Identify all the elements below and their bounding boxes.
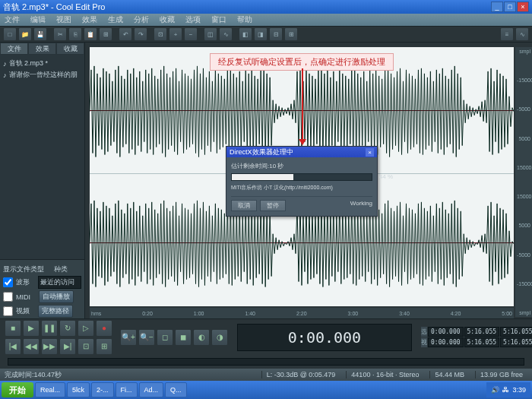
credit-label: MiTi音乐作坊 小T 汉化(http://miti2000.com) bbox=[231, 184, 372, 192]
zoom-full2-button[interactable]: ◻ bbox=[157, 329, 173, 346]
dialog-close-icon[interactable]: × bbox=[366, 148, 374, 157]
paste-icon[interactable]: 📋 bbox=[84, 27, 97, 41]
file-list: ♪音轨 2.mp3 * ♪谢谢你一曾经这样的朋 bbox=[0, 55, 84, 259]
cancel-button[interactable]: 取消 bbox=[231, 200, 257, 211]
waveform-area: 经反复试听确定设置后，点确定进行激励处理 DirectX效果器处理中 × 估计剩… bbox=[85, 43, 532, 318]
goto-start-button[interactable]: |◀ bbox=[5, 338, 21, 355]
video-checkbox[interactable] bbox=[3, 306, 13, 316]
task-button[interactable]: 2-... bbox=[91, 382, 114, 397]
dialog-titlebar[interactable]: DirectX效果器处理中 × bbox=[226, 147, 377, 157]
zoom-full-button[interactable]: ⊡ bbox=[78, 338, 94, 355]
pause-trans-button[interactable]: ❚❚ bbox=[41, 320, 58, 337]
tool2-icon[interactable]: ◨ bbox=[254, 27, 268, 41]
time-ruler[interactable]: hms0:201:001:402:203:003:404:205:00 bbox=[90, 308, 514, 318]
new-icon[interactable]: □ bbox=[3, 27, 17, 41]
task-button[interactable]: Fi... bbox=[116, 382, 138, 397]
zoom-sel2-button[interactable]: ◼ bbox=[175, 329, 192, 346]
goto-end-button[interactable]: ▶| bbox=[59, 338, 76, 355]
wave-icon[interactable]: ∿ bbox=[219, 27, 233, 41]
zoom-left-button[interactable]: ◐ bbox=[193, 329, 210, 346]
menu-help[interactable]: 帮助 bbox=[237, 14, 252, 25]
waveform-canvas[interactable]: 经反复试听确定设置后，点确定进行激励处理 DirectX效果器处理中 × 估计剩… bbox=[90, 47, 514, 306]
status-label: Working bbox=[350, 200, 372, 211]
stop-button[interactable]: ■ bbox=[5, 320, 21, 337]
menu-effects[interactable]: 效果 bbox=[82, 14, 97, 25]
window-titlebar: 音轨 2.mp3* - Cool Edit Pro _ □ × bbox=[0, 0, 532, 14]
autoplay-button[interactable]: 自动播放 bbox=[39, 290, 74, 303]
view-start[interactable]: 0:00.000 bbox=[428, 337, 464, 347]
system-tray[interactable]: 🔊 🖧 3:39 bbox=[486, 382, 530, 397]
status-bar: 完成时间:140.47秒 L: -30.3dB @ 0:05.479 44100… bbox=[0, 369, 532, 381]
time-remaining-label: 估计剩余时间:10 秒 bbox=[231, 162, 372, 170]
menu-window[interactable]: 窗口 bbox=[211, 14, 226, 25]
task-button[interactable]: Q... bbox=[165, 382, 187, 397]
save-icon[interactable]: 💾 bbox=[33, 27, 47, 41]
cut-icon[interactable]: ✂ bbox=[53, 27, 67, 41]
tool3-icon[interactable]: ⊟ bbox=[269, 27, 283, 41]
recent-select[interactable]: 最近的访问 bbox=[38, 276, 81, 289]
undo-icon[interactable]: ↶ bbox=[119, 27, 132, 41]
zoom-right-button[interactable]: ◑ bbox=[211, 329, 228, 346]
play-loop-button[interactable]: ↻ bbox=[59, 320, 76, 337]
task-button[interactable]: Ad... bbox=[139, 382, 164, 397]
progress-percent: 44 % bbox=[379, 173, 393, 180]
sel-start[interactable]: 0:00.000 bbox=[428, 327, 464, 337]
record-button[interactable]: ● bbox=[96, 320, 112, 337]
play-button[interactable]: ▶ bbox=[23, 320, 40, 337]
play-sel-button[interactable]: ▷ bbox=[78, 320, 94, 337]
pause-button[interactable]: 暂停 bbox=[260, 200, 286, 211]
menu-options[interactable]: 选项 bbox=[185, 14, 201, 25]
progress-bar: 44 % bbox=[231, 173, 372, 181]
mix-paste-icon[interactable]: ⊞ bbox=[99, 27, 112, 41]
ffwd-button[interactable]: ▶▶ bbox=[41, 338, 58, 355]
menu-file[interactable]: 文件 bbox=[5, 14, 20, 25]
sel-end[interactable]: 5:16.055 bbox=[464, 327, 500, 337]
redo-icon[interactable]: ↷ bbox=[134, 27, 147, 41]
tab-files[interactable]: 文件 bbox=[0, 43, 28, 55]
open-icon[interactable]: 📁 bbox=[18, 27, 32, 41]
menu-view[interactable]: 视图 bbox=[56, 14, 71, 25]
menu-analyze[interactable]: 分析 bbox=[134, 14, 149, 25]
task-button[interactable]: 5lck bbox=[67, 382, 90, 397]
list-item[interactable]: ♪音轨 2.mp3 * bbox=[3, 58, 81, 69]
progress-dialog: DirectX效果器处理中 × 估计剩余时间:10 秒 44 % MiTi音乐作… bbox=[226, 146, 378, 217]
tool-icon[interactable]: ◧ bbox=[239, 27, 252, 41]
task-button[interactable]: Real... bbox=[35, 382, 65, 397]
tool4-icon[interactable]: ⊞ bbox=[284, 27, 298, 41]
fullpath-button[interactable]: 完整路径 bbox=[38, 305, 73, 318]
zoom-in-icon[interactable]: + bbox=[169, 27, 182, 41]
tray-icon[interactable]: 🖧 bbox=[502, 386, 509, 394]
tab-effects[interactable]: 效果 bbox=[28, 43, 56, 55]
spectral-icon[interactable]: ◫ bbox=[204, 27, 217, 41]
tray-clock[interactable]: 3:39 bbox=[512, 386, 526, 394]
tab-favorites[interactable]: 收藏 bbox=[56, 43, 84, 55]
zoom-sel-trans-button[interactable]: ⊞ bbox=[96, 338, 112, 355]
rewind-button[interactable]: ◀◀ bbox=[23, 338, 40, 355]
completion-time: 完成时间:140.47秒 bbox=[5, 370, 62, 380]
level-meter-row bbox=[0, 355, 532, 369]
wave-checkbox[interactable] bbox=[3, 277, 13, 287]
sel-len[interactable]: 5:16.055 bbox=[500, 327, 532, 337]
zoom-sel-icon[interactable]: ⊡ bbox=[154, 27, 167, 41]
windows-taskbar: 开始 Real... 5lck 2-... Fi... Ad... Q... 🔊… bbox=[0, 381, 532, 399]
minimize-button[interactable]: _ bbox=[491, 2, 503, 12]
view-end[interactable]: 5:16.055 bbox=[464, 337, 500, 347]
zoom-out-trans-button[interactable]: 🔍− bbox=[138, 329, 155, 346]
db-readout: L: -30.3dB @ 0:05.479 bbox=[261, 371, 340, 378]
zoom-in-trans-button[interactable]: 🔍+ bbox=[120, 329, 137, 346]
copy-icon[interactable]: ⎘ bbox=[68, 27, 82, 41]
tray-icon[interactable]: 🔊 bbox=[491, 386, 499, 394]
close-button[interactable]: × bbox=[517, 2, 529, 12]
menu-favorites[interactable]: 收藏 bbox=[160, 14, 175, 25]
list-item[interactable]: ♪谢谢你一曾经这样的朋 bbox=[3, 69, 81, 81]
edit-view-icon[interactable]: ∿ bbox=[515, 27, 529, 41]
multitrack-icon[interactable]: ≡ bbox=[500, 27, 514, 41]
midi-checkbox[interactable] bbox=[3, 292, 13, 302]
menu-edit[interactable]: 编辑 bbox=[30, 14, 46, 25]
zoom-out-icon[interactable]: − bbox=[184, 27, 198, 41]
maximize-button[interactable]: □ bbox=[504, 2, 516, 12]
start-button[interactable]: 开始 bbox=[2, 382, 33, 397]
view-len[interactable]: 5:16.055 bbox=[500, 337, 532, 347]
audio-icon: ♪ bbox=[3, 71, 7, 79]
menu-generate[interactable]: 生成 bbox=[108, 14, 123, 25]
